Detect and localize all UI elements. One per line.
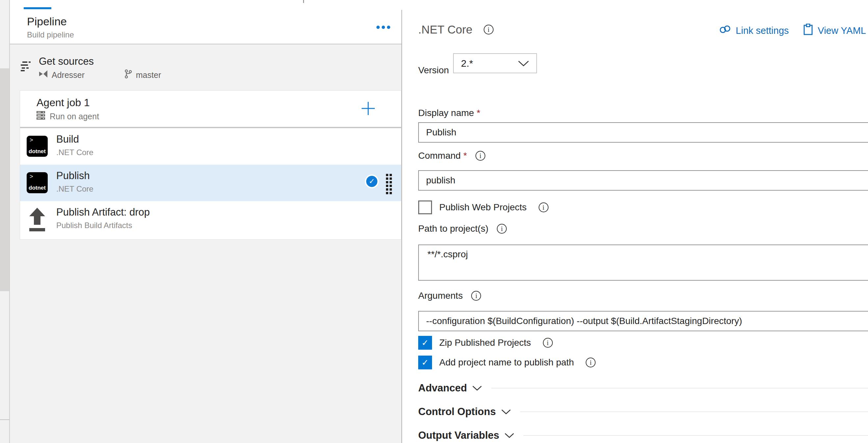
required-asterisk: * — [463, 150, 467, 161]
top-tab-bar — [0, 0, 868, 10]
task-settings-title: .NET Core — [418, 23, 472, 36]
add-project-name-checkbox[interactable]: ✓ — [418, 355, 432, 369]
scrollbar-end-line — [0, 419, 9, 420]
get-sources-icon — [20, 61, 31, 73]
task-subtitle: .NET Core — [56, 148, 93, 157]
pipeline-editor-screen: Pipeline Build pipeline Get sources — [0, 0, 868, 443]
agent-job-row[interactable]: Agent job 1 — [20, 91, 401, 128]
agent-job-title: Agent job 1 — [36, 97, 90, 109]
task-title: Publish — [56, 170, 90, 182]
info-icon[interactable]: i — [539, 202, 549, 212]
display-name-input[interactable] — [418, 122, 868, 143]
ellipsis-dot — [387, 26, 390, 29]
zip-published-projects-label: Zip Published Projects — [439, 338, 531, 348]
add-project-name-label: Add project name to publish path — [439, 357, 574, 368]
section-output-variables[interactable]: Output Variables — [418, 429, 868, 442]
version-label: Version — [418, 65, 449, 76]
required-asterisk: * — [477, 108, 480, 118]
info-icon[interactable]: i — [475, 151, 485, 161]
publish-web-projects-checkbox[interactable] — [418, 201, 432, 214]
get-sources-row[interactable]: Get sources Adresser master — [10, 48, 401, 84]
zip-published-projects-checkbox[interactable]: ✓ — [418, 336, 432, 350]
pipeline-header: Pipeline Build pipeline — [10, 10, 401, 44]
info-icon[interactable]: i — [471, 291, 481, 301]
arguments-input[interactable] — [418, 311, 868, 331]
pipeline-subtitle: Build pipeline — [27, 30, 74, 39]
upload-arrow-icon — [28, 208, 46, 233]
version-dropdown[interactable]: 2.* — [453, 53, 537, 73]
info-icon[interactable]: i — [484, 25, 494, 35]
command-input[interactable] — [418, 170, 868, 191]
link-settings-button[interactable]: Link settings — [719, 25, 789, 36]
clipboard-icon — [803, 24, 813, 38]
task-row-publish[interactable]: > dotnet Publish .NET Core ✓ — [20, 165, 401, 201]
azure-repos-icon — [39, 70, 48, 80]
dotnet-chevron-glyph: > — [30, 137, 33, 144]
task-row-build[interactable]: > dotnet Build .NET Core — [20, 128, 401, 165]
dotnet-word: dotnet — [27, 148, 48, 155]
view-yaml-label: View YAML — [818, 25, 866, 36]
get-sources-title: Get sources — [39, 56, 94, 67]
chevron-down-icon — [504, 433, 514, 438]
dotnet-task-icon: > dotnet — [27, 172, 48, 193]
path-to-projects-textarea[interactable]: **/*.csproj — [418, 244, 868, 281]
pipeline-task-list-panel: Pipeline Build pipeline Get sources — [10, 10, 401, 443]
active-tab-underline — [24, 7, 51, 9]
arguments-label: Arguments i — [418, 291, 481, 301]
section-control-options[interactable]: Control Options — [418, 405, 868, 419]
agent-server-icon — [36, 111, 45, 122]
section-rule — [491, 388, 868, 388]
display-name-label: Display name* — [418, 108, 480, 118]
ellipsis-dot — [376, 26, 380, 29]
link-settings-label: Link settings — [736, 25, 789, 36]
task-subtitle: Publish Build Artifacts — [56, 221, 132, 230]
section-rule — [520, 411, 868, 412]
add-project-name-row: ✓ Add project name to publish path i — [418, 355, 595, 369]
pipeline-more-button[interactable] — [372, 22, 395, 33]
task-title: Publish Artifact: drop — [56, 206, 150, 218]
section-advanced[interactable]: Advanced — [418, 381, 868, 395]
task-selected-check-icon[interactable]: ✓ — [365, 174, 379, 188]
ellipsis-dot — [382, 26, 385, 29]
chevron-down-icon — [518, 60, 529, 67]
chevron-down-icon — [501, 409, 511, 415]
task-title: Build — [56, 133, 79, 145]
command-label: Command* i — [418, 150, 485, 161]
section-rule — [524, 435, 868, 436]
section-title: Output Variables — [418, 430, 499, 441]
publish-web-projects-row: Publish Web Projects i — [418, 201, 549, 214]
link-icon — [719, 25, 731, 36]
add-task-button[interactable] — [360, 101, 376, 116]
agent-job-card: Agent job 1 — [20, 90, 401, 240]
publish-web-projects-label: Publish Web Projects — [439, 202, 527, 213]
task-row-publish-artifact[interactable]: Publish Artifact: drop Publish Build Art… — [20, 201, 401, 239]
task-subtitle: .NET Core — [56, 184, 93, 194]
section-title: Control Options — [418, 406, 496, 418]
agent-job-subtitle: Run on agent — [50, 112, 99, 121]
section-title: Advanced — [418, 382, 467, 394]
tab-separator-tick — [303, 0, 304, 3]
info-icon[interactable]: i — [497, 224, 507, 234]
chevron-down-icon — [472, 385, 482, 391]
task-drag-handle[interactable] — [386, 174, 392, 194]
zip-published-projects-row: ✓ Zip Published Projects i — [418, 336, 553, 350]
info-icon[interactable]: i — [543, 338, 553, 348]
vertical-scrollbar-thumb[interactable] — [0, 68, 9, 291]
dotnet-chevron-glyph: > — [30, 173, 33, 180]
vertical-scrollbar-track — [0, 0, 10, 443]
repo-name: Adresser — [52, 70, 85, 80]
info-icon[interactable]: i — [586, 357, 595, 367]
view-yaml-button[interactable]: View YAML — [803, 24, 866, 38]
pipeline-title: Pipeline — [27, 15, 67, 28]
branch-name: master — [136, 70, 161, 80]
version-value: 2.* — [454, 58, 518, 69]
git-branch-icon — [125, 69, 132, 80]
dotnet-task-icon: > dotnet — [27, 136, 48, 157]
dotnet-word: dotnet — [27, 185, 48, 191]
path-to-projects-label: Path to project(s) i — [418, 224, 507, 234]
task-settings-panel: .NET Core i Link settings V — [402, 10, 868, 443]
